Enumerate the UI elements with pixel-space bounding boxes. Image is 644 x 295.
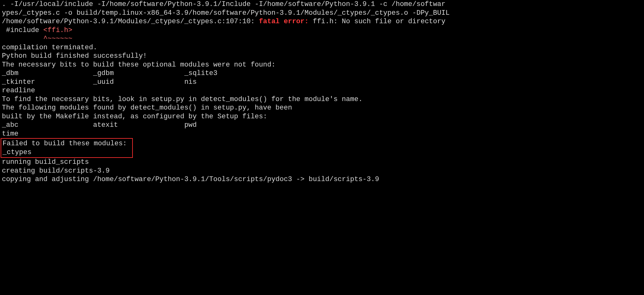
missing-modules-header: The necessary bits to build these option…: [2, 61, 644, 69]
missing-modules-row-2: _tkinter _uuid nis: [2, 78, 644, 87]
include-line: #include <ffi.h>: [2, 26, 644, 35]
copying-pydoc3: copying and adjusting /home/software/Pyt…: [2, 175, 644, 184]
error-message: ffi.h: No such file or directory: [313, 18, 445, 25]
fatal-error-label: fatal error:: [259, 18, 313, 25]
detect-modules-hint: To find the necessary bits, look in setu…: [2, 95, 644, 104]
compile-cmd-line-2: ypes/_ctypes.c -o build/temp.linux-x86_6…: [2, 9, 644, 18]
fatal-error-line: /home/software/Python-3.9.1/Modules/_cty…: [2, 17, 644, 26]
error-marker-line: ^~~~~~~: [2, 35, 644, 43]
failed-modules-list: _ctypes: [3, 148, 131, 157]
missing-modules-row-3: readline: [2, 86, 644, 95]
include-header: <ffi.h>: [43, 26, 72, 34]
makefile-modules-row-1: _abc atexit pwd: [2, 121, 644, 130]
makefile-modules-header-2: built by the Makefile instead, as config…: [2, 112, 644, 121]
makefile-modules-header-1: The following modules found by detect_mo…: [2, 104, 644, 112]
error-location: /home/software/Python-3.9.1/Modules/_cty…: [2, 18, 259, 25]
terminal-output: . -I/usr/local/include -I/home/software/…: [0, 0, 644, 184]
running-build-scripts: running build_scripts: [2, 158, 644, 167]
build-success-line: Python build finished successfully!: [2, 52, 644, 61]
failed-modules-box-line: Failed to build these modules:_ctypes: [2, 138, 644, 158]
include-directive: #include: [2, 26, 43, 34]
missing-modules-row-1: _dbm _gdbm _sqlite3: [2, 69, 644, 78]
failed-modules-header: Failed to build these modules:: [3, 139, 131, 148]
makefile-modules-row-2: time: [2, 130, 644, 138]
failed-modules-annotation-box: Failed to build these modules:_ctypes: [1, 138, 133, 158]
compilation-terminated: compilation terminated.: [2, 43, 644, 52]
creating-scripts-dir: creating build/scripts-3.9: [2, 167, 644, 175]
compile-cmd-line-1: . -I/usr/local/include -I/home/software/…: [2, 0, 644, 9]
